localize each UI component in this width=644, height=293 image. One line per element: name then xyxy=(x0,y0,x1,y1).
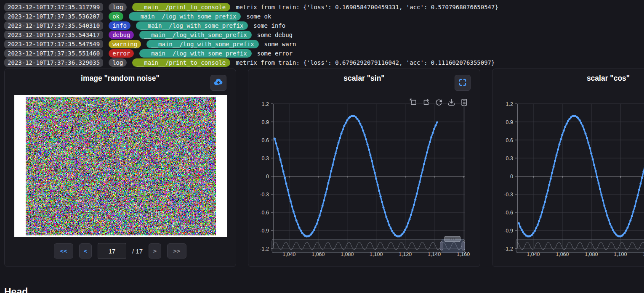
log-timestamp: 2023-12-10T17:37:35.551460 xyxy=(4,49,103,58)
log-source-badge: __main__/log_with_some_prefix xyxy=(139,49,251,58)
image-card: image "random noise" << < / 17 > >> xyxy=(4,69,236,267)
log-level-badge: error xyxy=(109,49,134,58)
log-message: some debug xyxy=(257,32,293,38)
svg-text:0.6: 0.6 xyxy=(506,137,513,143)
cos-chart-svg: 1.20.90.60.30-0.3-0.6-0.9-1.21,0401,0601… xyxy=(492,69,644,267)
cos-scalar-card: scalar "cos" 1.20.90.60.30-0.3-0.6-0.9-1… xyxy=(492,69,644,267)
log-row: 2023-12-10T17:37:35.536207ok__main__/log… xyxy=(4,12,644,21)
log-message: metrix from train: {'loss': 0.6796292079… xyxy=(236,59,495,66)
log-console: 2023-12-10T17:37:35.317799log__main__/pr… xyxy=(0,0,644,68)
pager-prev-button[interactable]: < xyxy=(79,243,92,259)
log-timestamp: 2023-12-10T17:37:35.536207 xyxy=(4,12,103,21)
cloud-download-icon xyxy=(213,78,224,88)
log-row: 2023-12-10T17:37:35.317799log__main__/pr… xyxy=(4,3,644,11)
log-level-badge: log xyxy=(109,58,127,67)
log-level-badge: debug xyxy=(109,31,134,39)
random-noise-image xyxy=(26,97,216,235)
svg-text:1.2: 1.2 xyxy=(506,101,513,107)
svg-text:-0.9: -0.9 xyxy=(504,228,513,234)
log-source-badge: __main__/log_with_some_prefix xyxy=(136,21,248,30)
log-timestamp: 2023-12-10T17:37:35.543417 xyxy=(4,31,103,39)
log-timestamp: 2023-12-10T17:37:35.547549 xyxy=(4,40,103,48)
svg-text:0.9: 0.9 xyxy=(506,119,513,125)
image-card-title: image "random noise" xyxy=(5,74,236,83)
svg-text:0: 0 xyxy=(510,174,513,179)
svg-text:0.3: 0.3 xyxy=(262,156,269,161)
page: { "page": { "bg": "#17171d", "section_he… xyxy=(0,0,644,293)
pager-total-label: / 17 xyxy=(132,248,143,255)
log-source-badge: __main__/log_with_some_prefix xyxy=(129,12,241,21)
log-level-badge: warning xyxy=(109,40,141,48)
svg-text:-0.9: -0.9 xyxy=(260,228,269,234)
svg-text:0.6: 0.6 xyxy=(262,137,269,143)
log-message: some warn xyxy=(264,41,296,48)
pager-page-input[interactable] xyxy=(98,243,126,259)
log-row-partial xyxy=(4,0,644,2)
log-message: metrix from train: {'loss': 0.1690584700… xyxy=(236,4,498,11)
log-row: 2023-12-10T17:37:35.547549warning__main_… xyxy=(4,40,644,48)
svg-text:-0.3: -0.3 xyxy=(260,192,269,198)
sin-scalar-card: scalar "sin" xyxy=(248,69,480,267)
log-level-badge: log xyxy=(109,3,127,11)
svg-text:-1.2: -1.2 xyxy=(504,246,513,252)
random-noise-figure xyxy=(14,95,227,237)
log-source-badge: __main__/print_to_console xyxy=(132,3,230,11)
svg-text:0.9: 0.9 xyxy=(262,119,269,125)
pager-next-button[interactable]: > xyxy=(149,243,161,259)
log-row: 2023-12-10T17:37:35.551460error__main__/… xyxy=(4,49,644,58)
log-row: 2023-12-10T17:37:35.540310info__main__/l… xyxy=(4,21,644,30)
log-row: 2023-12-10T17:37:35.543417debug__main__/… xyxy=(4,31,644,39)
sin-chart-svg: 1.20.90.60.30-0.3-0.6-0.9-1.21,0401,0601… xyxy=(248,69,481,267)
log-level-badge: info xyxy=(109,21,130,30)
log-source-badge: __main__/print_to_console xyxy=(132,58,230,67)
download-image-button[interactable] xyxy=(210,75,226,91)
log-message: some error xyxy=(257,50,293,57)
pager-last-button[interactable]: >> xyxy=(167,243,186,259)
log-row: 2023-12-10T17:37:36.329035log__main__/pr… xyxy=(4,58,644,67)
log-timestamp: 2023-12-10T17:37:35.540310 xyxy=(4,21,103,30)
log-source-badge: __main__/log_with_some_prefix xyxy=(139,31,251,39)
datazoom-handle-right[interactable] xyxy=(462,242,465,250)
svg-text:-0.6: -0.6 xyxy=(260,210,269,216)
pager-first-button[interactable]: << xyxy=(54,243,73,259)
section-divider xyxy=(3,278,644,278)
svg-text:0: 0 xyxy=(266,174,269,179)
svg-text:-0.3: -0.3 xyxy=(504,192,513,198)
image-pager: << < / 17 > >> xyxy=(5,243,236,259)
svg-text:1.2: 1.2 xyxy=(262,101,269,107)
log-message: some info xyxy=(253,22,285,29)
log-message: some ok xyxy=(246,13,271,20)
log-level-badge: ok xyxy=(109,12,123,21)
log-source-badge: __main__/log_with_some_prefix xyxy=(146,40,258,48)
bottom-section-heading: Head xyxy=(4,286,28,293)
datazoom-handle-left[interactable] xyxy=(440,242,443,250)
svg-text:-0.6: -0.6 xyxy=(504,210,513,216)
log-timestamp: 2023-12-10T17:37:36.329035 xyxy=(4,58,103,67)
svg-text:-1.2: -1.2 xyxy=(260,246,269,252)
svg-text:0.3: 0.3 xyxy=(506,156,513,161)
log-timestamp: 2023-12-10T17:37:35.317799 xyxy=(4,3,103,11)
